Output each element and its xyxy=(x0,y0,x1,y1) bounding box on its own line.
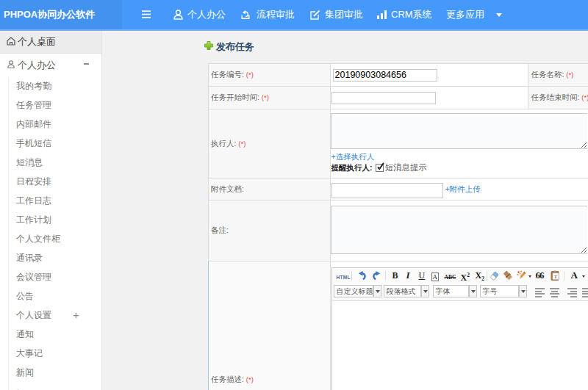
svg-text:T: T xyxy=(553,274,557,280)
